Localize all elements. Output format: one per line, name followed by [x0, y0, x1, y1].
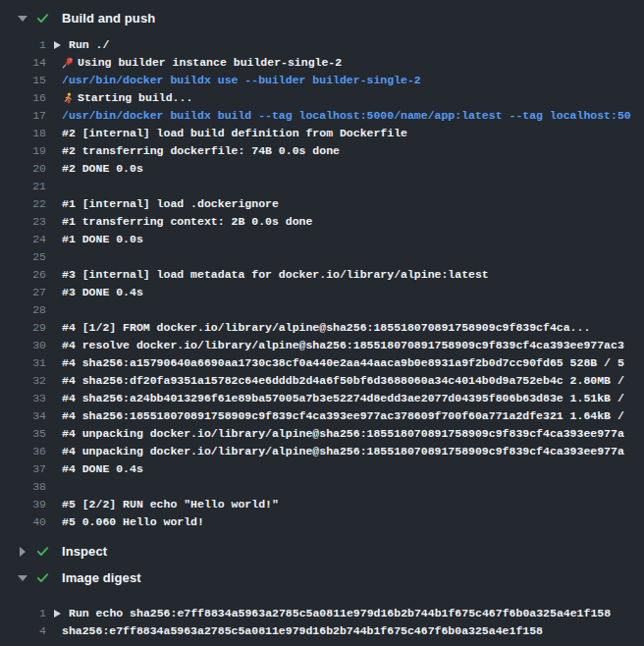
log-line: 39#5 [2/2] RUN echo "Hello world!" — [0, 496, 644, 513]
line-content: /usr/bin/docker buildx build --tag local… — [46, 107, 644, 125]
section-lines: 1Run echo sha256:e7ff8834a5963a2785c5a08… — [0, 605, 644, 640]
chevron-right-icon[interactable] — [18, 547, 27, 557]
run-expand-icon[interactable] — [54, 610, 61, 618]
line-text: #4 sha256:df20fa9351a15782c64e6dddb2d4a6… — [62, 372, 624, 390]
line-number[interactable]: 17 — [0, 107, 46, 125]
line-number[interactable]: 34 — [0, 407, 46, 425]
line-number[interactable]: 18 — [0, 125, 46, 142]
log-line: 19#2 transferring dockerfile: 74B 0.0s d… — [0, 142, 644, 160]
log-line: 21 — [0, 178, 644, 195]
line-text: #5 0.060 Hello world! — [62, 513, 204, 531]
line-content: Run echo sha256:e7ff8834a5963a2785c5a081… — [46, 605, 644, 622]
line-number[interactable]: 23 — [0, 213, 46, 231]
line-content: #4 resolve docker.io/library/alpine@sha2… — [46, 337, 644, 354]
line-text: #2 transferring dockerfile: 74B 0.0s don… — [62, 142, 340, 160]
line-number[interactable]: 29 — [0, 319, 46, 337]
line-number[interactable]: 37 — [0, 460, 46, 478]
section-header-image-digest[interactable]: Image digest — [0, 565, 644, 591]
pushpin-icon — [62, 57, 74, 69]
run-expand-icon[interactable] — [54, 41, 61, 49]
line-number[interactable]: 1 — [0, 36, 46, 54]
line-text: /usr/bin/docker buildx build --tag local… — [62, 107, 631, 125]
line-content: #4 DONE 0.4s — [46, 460, 644, 478]
line-text: #2 [internal] load build definition from… — [62, 125, 407, 142]
line-content: #1 [internal] load .dockerignore — [46, 195, 644, 213]
log-line: 28 — [0, 301, 644, 319]
line-number[interactable]: 22 — [0, 195, 46, 213]
log-line: 30#4 resolve docker.io/library/alpine@sh… — [0, 337, 644, 354]
line-text: #1 transferring context: 2B 0.0s done — [62, 213, 312, 231]
line-content: #4 sha256:185518070891758909c9f839cf4ca3… — [46, 407, 644, 425]
line-number[interactable]: 20 — [0, 160, 46, 178]
log-line: 29#4 [1/2] FROM docker.io/library/alpine… — [0, 319, 644, 337]
check-icon — [36, 571, 49, 584]
line-number[interactable]: 36 — [0, 443, 46, 460]
line-number[interactable]: 1 — [0, 605, 46, 622]
chevron-down-icon[interactable] — [18, 575, 27, 581]
line-number[interactable]: 14 — [0, 54, 46, 72]
line-content: Using builder instance builder-single-2 — [46, 54, 644, 72]
line-text: Run echo sha256:e7ff8834a5963a2785c5a081… — [69, 605, 611, 622]
section-title: Image digest — [62, 570, 141, 585]
log-line: 4sha256:e7ff8834a5963a2785c5a0811e979d16… — [0, 622, 644, 640]
line-number[interactable]: 16 — [0, 89, 46, 107]
line-text: #4 resolve docker.io/library/alpine@sha2… — [62, 337, 624, 354]
line-text: #1 [internal] load .dockerignore — [62, 195, 279, 213]
line-content: sha256:e7ff8834a5963a2785c5a0811e979d16b… — [46, 622, 644, 640]
log-line: 1Run echo sha256:e7ff8834a5963a2785c5a08… — [0, 605, 644, 622]
line-content: #4 sha256:df20fa9351a15782c64e6dddb2d4a6… — [46, 372, 644, 390]
line-number[interactable]: 35 — [0, 425, 46, 443]
section-lines: 1Run ./14Using builder instance builder-… — [0, 36, 644, 531]
line-content: #2 transferring dockerfile: 74B 0.0s don… — [46, 142, 644, 160]
line-number[interactable]: 31 — [0, 354, 46, 372]
line-number[interactable]: 39 — [0, 496, 46, 513]
line-number[interactable]: 4 — [0, 622, 46, 640]
workflow-log-viewer: Build and push1Run ./14Using builder ins… — [0, 0, 644, 646]
line-content: #5 0.060 Hello world! — [46, 513, 644, 531]
line-content: #4 unpacking docker.io/library/alpine@sh… — [46, 443, 644, 460]
line-content: /usr/bin/docker buildx use --builder bui… — [46, 72, 644, 89]
log-section-inspect: Inspect — [0, 538, 644, 565]
log-line: 37#4 DONE 0.4s — [0, 460, 644, 478]
log-line: 20#2 DONE 0.0s — [0, 160, 644, 178]
log-line: 1Run ./ — [0, 36, 644, 54]
line-text: #4 unpacking docker.io/library/alpine@sh… — [62, 443, 624, 460]
line-number[interactable]: 30 — [0, 337, 46, 354]
log-line: 14Using builder instance builder-single-… — [0, 54, 644, 72]
line-content: #1 DONE 0.0s — [46, 231, 644, 248]
line-number[interactable]: 32 — [0, 372, 46, 390]
line-number[interactable]: 25 — [0, 248, 46, 266]
line-number[interactable]: 40 — [0, 513, 46, 531]
log-section-image-digest: Image digest1Run echo sha256:e7ff8834a59… — [0, 565, 644, 640]
line-number[interactable]: 33 — [0, 390, 46, 407]
line-content: #4 sha256:a24bb4013296f61e89ba57005a7b3e… — [46, 390, 644, 407]
log-line: 40#5 0.060 Hello world! — [0, 513, 644, 531]
line-number[interactable]: 21 — [0, 178, 46, 195]
line-text: sha256:e7ff8834a5963a2785c5a0811e979d16b… — [62, 622, 543, 640]
line-content: Starting build... — [46, 89, 644, 107]
line-number[interactable]: 27 — [0, 284, 46, 301]
line-number[interactable]: 19 — [0, 142, 46, 160]
line-number[interactable]: 15 — [0, 72, 46, 89]
line-number[interactable]: 24 — [0, 231, 46, 248]
line-number[interactable]: 26 — [0, 266, 46, 284]
chevron-down-icon[interactable] — [18, 16, 27, 22]
log-line: 16Starting build... — [0, 89, 644, 107]
log-line: 35#4 unpacking docker.io/library/alpine@… — [0, 425, 644, 443]
section-header-inspect[interactable]: Inspect — [0, 538, 644, 565]
line-content: #2 DONE 0.0s — [46, 160, 644, 178]
check-icon — [36, 545, 49, 558]
line-content: #4 unpacking docker.io/library/alpine@sh… — [46, 425, 644, 443]
line-text: #1 DONE 0.0s — [62, 231, 143, 248]
line-text: #4 DONE 0.4s — [62, 460, 143, 478]
line-number[interactable]: 38 — [0, 478, 46, 496]
line-number[interactable]: 28 — [0, 301, 46, 319]
line-text: #4 unpacking docker.io/library/alpine@sh… — [62, 425, 624, 443]
line-content: #3 DONE 0.4s — [46, 284, 644, 301]
log-line: 23#1 transferring context: 2B 0.0s done — [0, 213, 644, 231]
line-text: #4 sha256:a15790640a6690aa1730c38cf0a440… — [62, 354, 624, 372]
log-line: 38 — [0, 478, 644, 496]
log-line: 24#1 DONE 0.0s — [0, 231, 644, 248]
log-line: 33#4 sha256:a24bb4013296f61e89ba57005a7b… — [0, 390, 644, 407]
section-header-build-and-push[interactable]: Build and push — [0, 5, 644, 31]
